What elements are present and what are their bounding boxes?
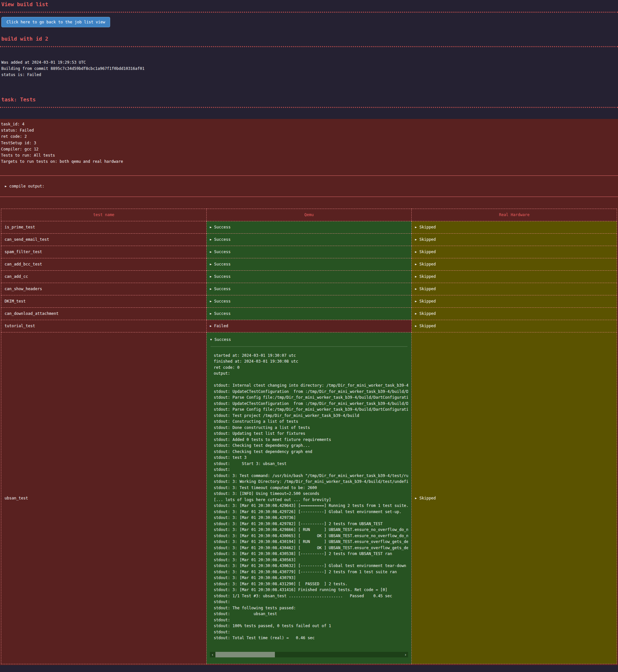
table-row: can_add_bcc_test ▶Success ▶Skipped — [1, 258, 617, 271]
compile-output-summary[interactable]: ▶compile output: — [5, 183, 618, 189]
result-status-label: Success — [214, 311, 231, 316]
task-meta: task_id: 4 status: Failed ret code: 2 Te… — [0, 120, 618, 165]
scrollbar-thumb[interactable] — [215, 652, 275, 657]
collapsed-marker-icon: ▶ — [210, 299, 212, 304]
build-page: View build list Click here to go back to… — [0, 1, 618, 672]
table-header-row: test name Qemu Real Hardware — [1, 209, 617, 221]
collapsed-marker-icon: ▶ — [210, 262, 212, 267]
section-divider — [0, 107, 618, 108]
test-name-cell: can_send_email_test — [1, 233, 207, 246]
result-status-label: Skipped — [419, 250, 436, 254]
qemu-result-cell[interactable]: ▶Success — [206, 233, 412, 246]
collapsed-marker-icon: ▶ — [415, 250, 417, 255]
expanded-result-summary[interactable]: ▼Success — [210, 337, 408, 343]
qemu-result-cell-expanded[interactable]: ▼Success started at: 2024-03-01 19:30:07… — [206, 332, 412, 664]
qemu-result-cell[interactable]: ▶Success — [206, 308, 412, 320]
result-status-label: Skipped — [419, 324, 436, 328]
result-status-label: Success — [214, 262, 231, 267]
qemu-result-cell[interactable]: ▶Success — [206, 246, 412, 258]
result-status-label: Skipped — [419, 237, 436, 242]
build-added-line: Was added at 2024-03-01 19:29:53 UTC — [1, 60, 618, 66]
hw-result-cell[interactable]: ▶Skipped — [412, 295, 617, 308]
result-status-label: Success — [214, 337, 231, 342]
task-targets-line: Targets to run tests on: both qemu and r… — [1, 159, 618, 165]
collapsed-marker-icon: ▶ — [210, 237, 212, 242]
expanded-marker-icon: ▼ — [210, 338, 212, 342]
result-status-label: Skipped — [419, 311, 436, 316]
hw-result-cell[interactable]: ▶Skipped — [412, 332, 617, 664]
section-divider — [0, 46, 618, 47]
column-header-real-hardware: Real Hardware — [412, 209, 617, 221]
result-status-label: Skipped — [419, 299, 436, 303]
collapsed-marker-icon: ▶ — [210, 225, 212, 230]
compile-output-label: compile output: — [9, 184, 44, 188]
build-info: Was added at 2024-03-01 19:29:53 UTC Bui… — [1, 60, 618, 78]
collapsed-marker-icon: ▶ — [415, 287, 417, 291]
table-row: can_show_headers ▶Success ▶Skipped — [1, 283, 617, 295]
result-status-label: Skipped — [419, 274, 436, 279]
qemu-result-cell[interactable]: ▶Success — [206, 271, 412, 283]
task-card: task_id: 4 status: Failed ret code: 2 Te… — [0, 119, 618, 665]
hw-result-cell[interactable]: ▶Skipped — [412, 246, 617, 258]
test-name-cell: tutorial_test — [1, 320, 207, 332]
collapsed-marker-icon: ▶ — [415, 496, 417, 501]
result-status-label: Success — [214, 274, 231, 279]
test-name-cell: can_show_headers — [1, 283, 207, 295]
column-header-qemu: Qemu — [206, 209, 412, 221]
scrollbar-track[interactable] — [275, 652, 403, 657]
table-row: DKIM_test ▶Success ▶Skipped — [1, 295, 617, 308]
build-heading: build with id 2 — [1, 36, 618, 42]
collapsed-marker-icon: ▶ — [415, 312, 417, 316]
qemu-result-cell[interactable]: ▶Success — [206, 283, 412, 295]
collapsed-marker-icon: ▶ — [210, 287, 212, 291]
hw-result-cell[interactable]: ▶Skipped — [412, 308, 617, 320]
task-retcode-line: ret code: 2 — [1, 133, 618, 140]
test-output-log: started at: 2024-03-01 19:30:07 utc fini… — [214, 353, 408, 641]
column-header-test-name: test name — [1, 209, 207, 221]
result-status-label: Skipped — [419, 496, 436, 500]
hw-result-cell[interactable]: ▶Skipped — [412, 283, 617, 295]
qemu-result-cell[interactable]: ▶Success — [206, 295, 412, 308]
collapsed-marker-icon: ▶ — [210, 250, 212, 255]
scroll-right-icon[interactable]: › — [403, 652, 408, 657]
hw-result-cell[interactable]: ▶Skipped — [412, 233, 617, 246]
collapsed-marker-icon: ▶ — [415, 225, 417, 230]
result-status-label: Skipped — [419, 287, 436, 291]
back-to-job-list-button[interactable]: Click here to go back to the job list vi… — [1, 17, 110, 27]
result-status-label: Success — [214, 225, 231, 229]
table-row: can_download_attachment ▶Success ▶Skippe… — [1, 308, 617, 320]
table-row: can_add_cc ▶Success ▶Skipped — [1, 271, 617, 283]
collapsed-marker-icon: ▶ — [5, 184, 6, 189]
test-name-cell: can_add_cc — [1, 271, 207, 283]
hw-result-cell[interactable]: ▶Skipped — [412, 271, 617, 283]
task-compiler-line: Compiler: gcc 12 — [1, 146, 618, 153]
result-status-label: Success — [214, 250, 231, 254]
task-status-line: status: Failed — [1, 127, 618, 133]
collapsed-marker-icon: ▶ — [415, 324, 417, 328]
page-title: View build list — [1, 1, 618, 7]
qemu-result-cell[interactable]: ▶Success — [206, 258, 412, 271]
log-horizontal-scrollbar[interactable]: ‹ › — [210, 652, 408, 657]
test-name-cell: can_add_bcc_test — [1, 258, 207, 271]
collapsed-marker-icon: ▶ — [415, 237, 417, 242]
hw-result-cell[interactable]: ▶Skipped — [412, 221, 617, 233]
test-name-cell: is_prime_test — [1, 221, 207, 233]
collapsed-marker-icon: ▶ — [415, 262, 417, 267]
build-commit-line: Building from commit 8895c7c34d59bdf8cbc… — [1, 66, 618, 72]
collapsed-marker-icon: ▶ — [210, 324, 212, 328]
hw-result-cell[interactable]: ▶Skipped — [412, 258, 617, 271]
scroll-left-icon[interactable]: ‹ — [210, 652, 215, 657]
table-row: is_prime_test ▶Success ▶Skipped — [1, 221, 617, 233]
result-status-label: Skipped — [419, 262, 436, 267]
hw-result-cell[interactable]: ▶Skipped — [412, 320, 617, 332]
table-row: can_send_email_test ▶Success ▶Skipped — [1, 233, 617, 246]
task-tests-line: Tests to run: All tests — [1, 153, 618, 159]
qemu-result-cell[interactable]: ▶Success — [206, 221, 412, 233]
test-name-cell: can_download_attachment — [1, 308, 207, 320]
qemu-result-cell[interactable]: ▶Failed — [206, 320, 412, 332]
collapsed-marker-icon: ▶ — [210, 275, 212, 279]
result-status-label: Failed — [214, 324, 228, 328]
test-name-cell: DKIM_test — [1, 295, 207, 308]
collapsed-marker-icon: ▶ — [415, 275, 417, 279]
result-status-label: Skipped — [419, 225, 436, 229]
